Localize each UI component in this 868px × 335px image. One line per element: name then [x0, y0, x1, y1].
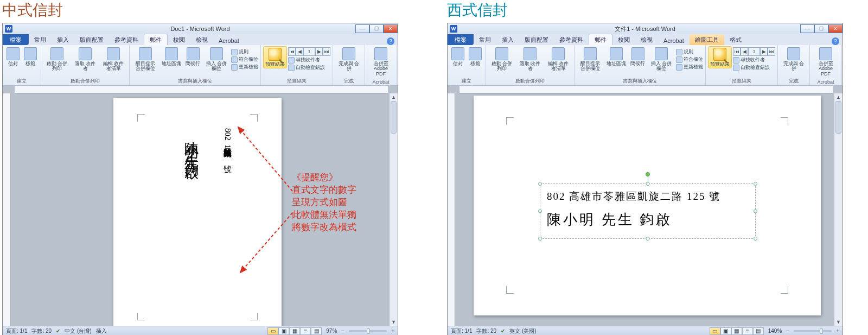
reading-view[interactable]: ▣ — [720, 327, 731, 335]
merge-pdf-button[interactable]: 合併至 Adobe PDF — [367, 46, 394, 78]
tab-references[interactable]: 參考資料 — [554, 34, 589, 45]
record-navigator[interactable]: ⏮ ◀ 1 ▶ ⏭ — [733, 47, 775, 56]
view-buttons[interactable]: ▭ ▣ ▦ ≡ ▤ — [710, 327, 764, 335]
finish-merge-button[interactable]: 完成與 合併 — [780, 46, 807, 73]
match-fields-button[interactable]: 符合欄位 — [676, 56, 703, 63]
status-zoom[interactable]: 140% — [768, 328, 782, 334]
select-recipients-button[interactable]: 選取 收件者 — [72, 46, 99, 73]
greeting-line-button[interactable]: 問候行 — [184, 46, 202, 67]
status-zoom[interactable]: 97% — [326, 328, 337, 334]
greeting-line-button[interactable]: 問候行 — [629, 46, 647, 67]
maximize-button[interactable]: ☐ — [814, 24, 828, 33]
zoom-in-button[interactable]: + — [391, 328, 394, 334]
close-button[interactable]: ✕ — [384, 24, 398, 33]
envelopes-button[interactable]: 信封 — [450, 46, 466, 67]
scroll-down-icon[interactable]: ▼ — [390, 318, 398, 326]
merge-pdf-button[interactable]: 合併至 Adobe PDF — [812, 46, 839, 78]
file-tab[interactable]: 檔案 — [3, 34, 29, 45]
start-merge-button[interactable]: 啟動 合併列印 — [43, 46, 71, 73]
zoom-in-button[interactable]: + — [836, 328, 839, 334]
reading-view[interactable]: ▣ — [278, 327, 289, 335]
resize-handle[interactable] — [754, 210, 757, 213]
resize-handle[interactable] — [754, 237, 757, 241]
minimize-button[interactable]: — — [355, 24, 369, 33]
auto-check-button[interactable]: 自動檢查錯誤 — [288, 64, 330, 71]
record-number[interactable]: 1 — [748, 47, 760, 56]
auto-check-button[interactable]: 自動檢查錯誤 — [733, 64, 775, 71]
tab-insert[interactable]: 插入 — [52, 34, 74, 45]
horizontal-ruler[interactable] — [15, 86, 388, 93]
update-labels-button[interactable]: 更新標籤 — [676, 64, 703, 71]
scroll-up-icon[interactable]: ▲ — [834, 93, 843, 101]
tab-home[interactable]: 常用 — [474, 34, 496, 45]
close-button[interactable]: ✕ — [828, 24, 843, 33]
prev-record-button[interactable]: ◀ — [296, 47, 303, 56]
match-fields-button[interactable]: 符合欄位 — [231, 56, 258, 63]
zoom-slider[interactable] — [349, 330, 387, 332]
resize-handle[interactable] — [646, 182, 650, 186]
tab-layout[interactable]: 版面配置 — [74, 34, 109, 45]
tab-acrobat[interactable]: Acrobat — [213, 36, 245, 45]
horizontal-ruler[interactable] — [459, 86, 833, 93]
help-icon[interactable]: ? — [387, 37, 394, 45]
last-record-button[interactable]: ⏭ — [323, 47, 330, 56]
web-view[interactable]: ▦ — [731, 327, 742, 335]
tab-review[interactable]: 校閱 — [612, 34, 635, 45]
edit-recipients-button[interactable]: 編輯 收件者清單 — [545, 46, 572, 73]
draft-view[interactable]: ▤ — [311, 327, 322, 335]
zoom-slider[interactable] — [794, 330, 832, 332]
edit-recipients-button[interactable]: 編輯 收件者清單 — [100, 46, 127, 73]
tab-format[interactable]: 格式 — [724, 34, 747, 45]
rules-button[interactable]: 規則 — [676, 48, 703, 55]
outline-view[interactable]: ≡ — [300, 327, 311, 335]
tab-insert[interactable]: 插入 — [496, 34, 519, 45]
vertical-scrollbar[interactable]: ▲ ▼ — [389, 93, 398, 326]
text-box-selected[interactable]: 802 高雄市苓雅區凱旋二路 125 號 陳小明 先生 鈞啟 — [540, 184, 756, 239]
scroll-down-icon[interactable]: ▼ — [834, 318, 843, 326]
print-layout-view[interactable]: ▭ — [710, 327, 720, 335]
envelopes-button[interactable]: 信封 — [5, 46, 21, 67]
tab-view[interactable]: 檢視 — [190, 34, 213, 45]
maximize-button[interactable]: ☐ — [369, 24, 384, 33]
outline-view[interactable]: ≡ — [742, 327, 753, 335]
update-labels-button[interactable]: 更新標籤 — [231, 64, 258, 71]
finish-merge-button[interactable]: 完成與 合併 — [335, 46, 362, 73]
tab-mailings[interactable]: 郵件 — [589, 34, 612, 45]
find-recipient-button[interactable]: 尋找收件者 — [288, 56, 330, 64]
vertical-scrollbar[interactable]: ▲ ▼ — [834, 93, 843, 326]
zoom-out-button[interactable]: − — [786, 328, 789, 334]
first-record-button[interactable]: ⏮ — [733, 47, 741, 56]
resize-handle[interactable] — [538, 182, 542, 186]
insert-merge-field-button[interactable]: 插入 合併欄位 — [648, 46, 675, 73]
labels-button[interactable]: 標籤 — [467, 46, 483, 67]
file-tab[interactable]: 檔案 — [448, 34, 474, 45]
record-number[interactable]: 1 — [303, 47, 315, 56]
preview-results-button[interactable]: 預覽結果 — [263, 46, 287, 68]
tab-mailings[interactable]: 郵件 — [144, 34, 168, 45]
next-record-button[interactable]: ▶ — [315, 47, 323, 56]
resize-handle[interactable] — [754, 182, 757, 186]
insert-merge-field-button[interactable]: 插入 合併欄位 — [203, 46, 230, 73]
context-tab-draw[interactable]: 繪圖工具 — [690, 34, 724, 45]
print-layout-view[interactable]: ▭ — [267, 327, 278, 335]
tab-review[interactable]: 校閱 — [168, 34, 190, 45]
status-lang[interactable]: 中文 (台灣) — [65, 327, 91, 335]
prev-record-button[interactable]: ◀ — [741, 47, 748, 56]
select-recipients-button[interactable]: 選取 收件者 — [516, 46, 544, 73]
first-record-button[interactable]: ⏮ — [288, 47, 296, 56]
document-page[interactable]: 陳小明 先生 鈞啟 802 高雄市苓雅區凱旋二路 125 號 — [113, 98, 282, 326]
highlight-fields-button[interactable]: 醒目提示 合併欄位 — [132, 46, 159, 73]
tab-acrobat[interactable]: Acrobat — [658, 36, 690, 45]
resize-handle[interactable] — [538, 210, 542, 213]
tab-home[interactable]: 常用 — [29, 34, 52, 45]
scroll-up-icon[interactable]: ▲ — [390, 93, 398, 101]
record-navigator[interactable]: ⏮ ◀ 1 ▶ ⏭ — [288, 47, 330, 56]
tab-references[interactable]: 參考資料 — [109, 34, 144, 45]
status-lang[interactable]: 英文 (美國) — [509, 327, 536, 335]
view-buttons[interactable]: ▭ ▣ ▦ ≡ ▤ — [267, 327, 322, 335]
highlight-fields-button[interactable]: 醒目提示 合併欄位 — [577, 46, 604, 73]
vertical-ruler[interactable] — [3, 93, 10, 326]
web-view[interactable]: ▦ — [289, 327, 300, 335]
resize-handle[interactable] — [646, 237, 650, 241]
last-record-button[interactable]: ⏭ — [768, 47, 775, 56]
